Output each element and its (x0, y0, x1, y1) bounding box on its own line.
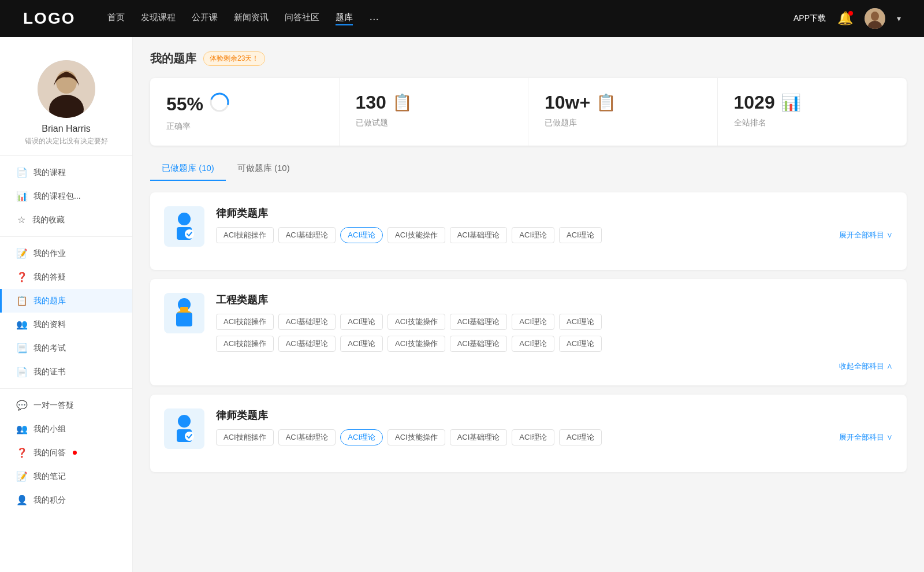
tag-1-6[interactable]: ACI理论 (559, 314, 602, 330)
layout: Brian Harris 错误的决定比没有决定要好 📄 我的课程 📊 我的课程包… (0, 37, 924, 572)
nav-qa[interactable]: 问答社区 (285, 12, 319, 25)
tag-1-3[interactable]: ACI技能操作 (388, 314, 445, 330)
tag-0-4[interactable]: ACI基础理论 (450, 227, 508, 243)
questions-icon: 📋 (392, 93, 412, 112)
sidebar-item-profile-data[interactable]: 👥 我的资料 (0, 313, 132, 336)
nav-open[interactable]: 公开课 (192, 12, 218, 25)
tag-1b-4[interactable]: ACI基础理论 (450, 336, 508, 352)
tag-2-5[interactable]: ACI理论 (512, 429, 554, 445)
sidebar-item-my-qa[interactable]: ❓ 我的问答 (0, 441, 132, 465)
tag-2-0[interactable]: ACI技能操作 (216, 429, 274, 445)
tag-1b-0[interactable]: ACI技能操作 (216, 336, 274, 352)
bell-icon[interactable]: 🔔 (837, 11, 853, 25)
logo[interactable]: LOGO (23, 9, 75, 28)
svg-rect-14 (180, 307, 188, 311)
tag-2-4[interactable]: ACI基础理论 (450, 429, 508, 445)
svg-point-17 (185, 432, 194, 441)
tag-1b-6[interactable]: ACI理论 (559, 336, 602, 352)
sidebar-item-qa[interactable]: ❓ 我的答疑 (0, 265, 132, 289)
sidebar-item-cert[interactable]: 📄 我的证书 (0, 360, 132, 384)
nav-discover[interactable]: 发现课程 (141, 12, 176, 25)
sidebar-item-one-on-one[interactable]: 💬 一对一答疑 (0, 393, 132, 417)
qbank-info-2: 律师类题库 ACI技能操作 ACI基础理论 ACI理论 ACI技能操作 ACI基… (216, 408, 893, 445)
nav-news[interactable]: 新闻资讯 (234, 12, 269, 25)
sidebar-item-qbank[interactable]: 📋 我的题库 (0, 289, 132, 313)
tag-1b-5[interactable]: ACI理论 (512, 336, 554, 352)
tag-0-6[interactable]: ACI理论 (559, 227, 602, 243)
svg-rect-13 (176, 313, 192, 326)
qbank-card-2: 律师类题库 ACI技能操作 ACI基础理论 ACI理论 ACI技能操作 ACI基… (150, 395, 907, 472)
sidebar-profile: Brian Harris 错误的决定比没有决定要好 (0, 49, 132, 156)
sidebar-item-exam[interactable]: 📃 我的考试 (0, 336, 132, 360)
stat-accuracy: 55% 正确率 (150, 78, 340, 146)
qa-dot (73, 451, 77, 455)
expand-link-0[interactable]: 展开全部科目 ∨ (839, 230, 893, 240)
tag-0-0[interactable]: ACI技能操作 (216, 227, 274, 243)
tag-2-2[interactable]: ACI理论 (340, 429, 383, 445)
profile-motto: 错误的决定比没有决定要好 (25, 136, 108, 146)
qbank-title-1: 工程类题库 (216, 293, 893, 307)
sidebar-item-homework[interactable]: 📝 我的作业 (0, 242, 132, 265)
tag-1-1[interactable]: ACI基础理论 (278, 314, 336, 330)
user-avatar[interactable] (865, 8, 885, 29)
app-download[interactable]: APP下载 (793, 13, 826, 24)
stat-accuracy-top: 55% (166, 92, 323, 117)
tags-row-0: ACI技能操作 ACI基础理论 ACI理论 ACI技能操作 ACI基础理论 AC… (216, 227, 893, 243)
sidebar-divider-2 (0, 388, 132, 389)
points-icon: 👤 (16, 495, 28, 506)
tab-available[interactable]: 可做题库 (10) (226, 157, 301, 181)
tag-1-5[interactable]: ACI理论 (512, 314, 554, 330)
tabs: 已做题库 (10) 可做题库 (10) (150, 157, 907, 181)
qbank-info-0: 律师类题库 ACI技能操作 ACI基础理论 ACI理论 ACI技能操作 ACI基… (216, 206, 893, 243)
tag-1-0[interactable]: ACI技能操作 (216, 314, 274, 330)
nav-more[interactable]: ··· (369, 12, 379, 25)
nav-qbank[interactable]: 题库 (336, 12, 353, 25)
sidebar-item-groups[interactable]: 👥 我的小组 (0, 417, 132, 441)
packages-icon: 📊 (16, 191, 28, 202)
tag-2-3[interactable]: ACI技能操作 (388, 429, 445, 445)
stat-done-b-top: 10w+ 📋 (545, 92, 701, 113)
qbank-title-2: 律师类题库 (216, 408, 893, 422)
tag-2-6[interactable]: ACI理论 (559, 429, 602, 445)
tag-0-5[interactable]: ACI理论 (512, 227, 554, 243)
tag-0-1[interactable]: ACI基础理论 (278, 227, 336, 243)
sidebar-item-notes[interactable]: 📝 我的笔记 (0, 465, 132, 488)
nav-home[interactable]: 首页 (107, 12, 125, 25)
sidebar-item-packages[interactable]: 📊 我的课程包... (0, 184, 132, 208)
notes-icon: 📝 (16, 471, 28, 482)
tag-1b-2[interactable]: ACI理论 (340, 336, 383, 352)
tag-1b-1[interactable]: ACI基础理论 (278, 336, 336, 352)
tag-0-2[interactable]: ACI理论 (340, 227, 383, 243)
banks-icon: 📋 (596, 93, 616, 112)
one-on-one-icon: 💬 (16, 400, 28, 411)
qbank-header-0: 律师类题库 ACI技能操作 ACI基础理论 ACI理论 ACI技能操作 ACI基… (164, 206, 893, 247)
notification-dot (848, 11, 853, 16)
collapse-link-1[interactable]: 收起全部科目 ∧ (164, 361, 893, 372)
qa-icon: ❓ (16, 272, 28, 283)
profile-data-icon: 👥 (16, 319, 28, 330)
stat-ranking-value: 1029 (734, 92, 775, 113)
qbank-icon-engineer (164, 293, 204, 333)
tab-done[interactable]: 已做题库 (10) (150, 157, 226, 181)
tag-1-4[interactable]: ACI基础理论 (450, 314, 508, 330)
tag-1-2[interactable]: ACI理论 (340, 314, 383, 330)
tag-2-1[interactable]: ACI基础理论 (278, 429, 336, 445)
sidebar-item-points[interactable]: 👤 我的积分 (0, 488, 132, 512)
qbank-title-0: 律师类题库 (216, 206, 893, 220)
user-dropdown-arrow[interactable]: ▾ (897, 14, 901, 23)
nav-links: 首页 发现课程 公开课 新闻资讯 问答社区 题库 ··· (107, 12, 775, 25)
qbank-icon-lawyer-0 (164, 206, 204, 247)
stat-accuracy-label: 正确率 (166, 121, 323, 132)
cert-icon: 📄 (16, 366, 28, 377)
qbank-card-0: 律师类题库 ACI技能操作 ACI基础理论 ACI理论 ACI技能操作 ACI基… (150, 192, 907, 270)
courses-icon: 📄 (16, 167, 28, 178)
sidebar: Brian Harris 错误的决定比没有决定要好 📄 我的课程 📊 我的课程包… (0, 37, 133, 572)
expand-link-2[interactable]: 展开全部科目 ∨ (839, 432, 893, 443)
navbar: LOGO 首页 发现课程 公开课 新闻资讯 问答社区 题库 ··· APP下载 … (0, 0, 924, 37)
tag-0-3[interactable]: ACI技能操作 (388, 227, 445, 243)
sidebar-item-courses[interactable]: 📄 我的课程 (0, 161, 132, 184)
trial-badge: 体验剩余23天！ (203, 51, 265, 66)
qbank-icon-lawyer-2 (164, 408, 204, 449)
sidebar-item-favorites[interactable]: ☆ 我的收藏 (0, 208, 132, 232)
tag-1b-3[interactable]: ACI技能操作 (388, 336, 445, 352)
